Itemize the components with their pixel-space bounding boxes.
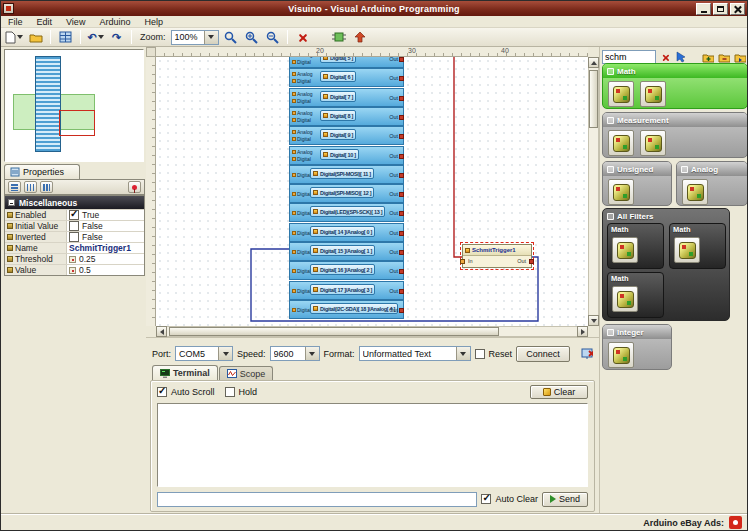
analog-pin-icon[interactable] bbox=[292, 111, 296, 115]
out-pin-icon[interactable] bbox=[399, 192, 404, 197]
schmittrigger-component[interactable]: SchmitTrigger1 In Out bbox=[462, 244, 532, 268]
out-pin-icon[interactable] bbox=[399, 269, 404, 274]
digital-pin-icon[interactable] bbox=[292, 211, 296, 215]
design-canvas[interactable]: Analog Digital Digital[ 5 ] Out Analog D… bbox=[156, 57, 588, 326]
enabled-checkbox[interactable] bbox=[69, 210, 79, 220]
arduino-channel-digital-13[interactable]: Digital Digital(LED)(SPI-SCK)[ 13 ] Out bbox=[289, 203, 404, 222]
vertical-scroll-thumb[interactable] bbox=[589, 70, 598, 128]
out-pin[interactable]: Out bbox=[389, 230, 404, 236]
out-pin-icon[interactable] bbox=[399, 115, 404, 120]
out-pin-icon[interactable] bbox=[399, 289, 404, 294]
component-title-bar[interactable]: SchmitTrigger1 bbox=[463, 245, 531, 256]
zoom-fit-button[interactable] bbox=[221, 29, 240, 46]
digital-pin-icon[interactable] bbox=[292, 289, 296, 293]
arduino-channel-digital-9[interactable]: Analog Digital Digital[ 9 ] Out bbox=[289, 126, 404, 145]
out-pin[interactable]: Out bbox=[389, 95, 404, 101]
speed-dropdown-button[interactable] bbox=[305, 347, 319, 360]
upload-button[interactable] bbox=[351, 29, 370, 46]
property-row-inverted[interactable]: Inverted False bbox=[5, 231, 144, 242]
scroll-right-button[interactable] bbox=[577, 326, 588, 337]
analog-wire[interactable] bbox=[454, 57, 462, 257]
palette-component-button[interactable] bbox=[608, 342, 634, 368]
canvas-horizontal-scrollbar[interactable] bbox=[156, 326, 588, 337]
minimize-button[interactable] bbox=[696, 3, 711, 15]
redo-button[interactable]: ↷ bbox=[107, 29, 126, 46]
pin-panel-button[interactable] bbox=[128, 181, 141, 193]
zoom-in-button[interactable] bbox=[242, 29, 261, 46]
digital-pin-icon[interactable] bbox=[292, 79, 296, 83]
out-pin-icon[interactable] bbox=[399, 231, 404, 236]
channel-title[interactable]: Digital[ 6 ] bbox=[320, 71, 356, 82]
reset-checkbox[interactable] bbox=[475, 349, 485, 359]
palette-component-button[interactable] bbox=[612, 286, 638, 312]
digital-pin-icon[interactable] bbox=[292, 250, 296, 254]
arduino-channel-digital-5[interactable]: Analog Digital Digital[ 5 ] Out bbox=[289, 57, 404, 68]
inverted-checkbox[interactable] bbox=[69, 232, 79, 242]
property-value[interactable]: True bbox=[82, 210, 99, 220]
out-pin[interactable]: Out bbox=[389, 268, 404, 274]
property-value[interactable]: 0.5 bbox=[79, 265, 91, 275]
arduino-channel-digital-14[interactable]: Digital Digital[ 14 ]/Analog[ 0 ] Out bbox=[289, 223, 404, 242]
palette-component-button[interactable] bbox=[608, 81, 634, 107]
categorize-button[interactable] bbox=[8, 181, 21, 193]
channel-title[interactable]: Digital[ 8 ] bbox=[320, 110, 356, 121]
menu-file[interactable]: File bbox=[1, 16, 30, 27]
select-board-button[interactable] bbox=[56, 29, 75, 46]
arduino-channel-digital-11[interactable]: Digital Digital(SPI-MOSI)[ 11 ] Out bbox=[289, 165, 404, 184]
palette-component-button[interactable] bbox=[608, 130, 634, 156]
property-value[interactable]: SchmitTrigger1 bbox=[69, 243, 131, 253]
collapse-categories-button[interactable] bbox=[717, 50, 731, 64]
in-pin-icon[interactable] bbox=[460, 259, 465, 264]
palette-component-button[interactable] bbox=[674, 237, 700, 263]
digital-pin-icon[interactable] bbox=[292, 157, 296, 161]
digital-pin-icon[interactable] bbox=[292, 118, 296, 122]
property-value[interactable]: 0.25 bbox=[79, 254, 96, 264]
out-pin[interactable]: Out bbox=[389, 57, 404, 62]
channel-title[interactable]: Digital[ 9 ] bbox=[320, 129, 356, 140]
property-row-value[interactable]: Value 0.5 bbox=[5, 264, 144, 275]
out-pin[interactable]: Out bbox=[389, 114, 404, 120]
out-pin[interactable]: Out bbox=[389, 153, 404, 159]
category-math[interactable]: Math bbox=[602, 63, 748, 109]
channel-title[interactable]: Digital(I2C-SDA)[ 18 ]/Analog[ 4 ] bbox=[310, 303, 398, 314]
category-all-filters[interactable]: All Filters Math Math Math bbox=[602, 208, 730, 321]
palette-options-button[interactable] bbox=[733, 50, 747, 64]
auto-clear-checkbox[interactable] bbox=[481, 494, 491, 504]
compile-button[interactable] bbox=[330, 29, 349, 46]
out-pin-icon[interactable] bbox=[399, 308, 404, 313]
scroll-left-button[interactable] bbox=[156, 326, 167, 337]
select-tool-button[interactable] bbox=[674, 50, 688, 64]
ad-icon[interactable] bbox=[729, 516, 742, 529]
sort-alpha-button[interactable] bbox=[24, 181, 37, 193]
connect-button[interactable]: Connect bbox=[516, 346, 570, 362]
undo-button[interactable]: ↶ bbox=[86, 29, 105, 46]
digital-pin-icon[interactable] bbox=[292, 99, 296, 103]
channel-title[interactable]: Digital(SPI-MOSI)[ 11 ] bbox=[310, 168, 374, 179]
property-row-initial-value[interactable]: Initial Value False bbox=[5, 220, 144, 231]
property-row-name[interactable]: Name SchmitTrigger1 bbox=[5, 242, 144, 253]
out-pin-icon[interactable] bbox=[399, 250, 404, 255]
expand-all-button[interactable] bbox=[40, 181, 53, 193]
analog-pin-icon[interactable] bbox=[292, 130, 296, 134]
category-measurement[interactable]: Measurement bbox=[602, 112, 748, 158]
menu-view[interactable]: View bbox=[59, 16, 92, 27]
out-pin[interactable]: Out bbox=[389, 172, 404, 178]
out-pin-icon[interactable] bbox=[399, 173, 404, 178]
speed-combo[interactable]: 9600 bbox=[270, 346, 320, 361]
send-input[interactable] bbox=[157, 492, 477, 507]
category-analog[interactable]: Analog bbox=[676, 161, 748, 206]
category-integer[interactable]: Integer bbox=[602, 324, 672, 370]
out-pin-icon[interactable] bbox=[399, 211, 404, 216]
thumbnail-viewport-rect[interactable] bbox=[59, 110, 95, 136]
serial-disconnect-button[interactable] bbox=[580, 347, 594, 361]
out-pin-icon[interactable] bbox=[399, 76, 404, 81]
tab-terminal[interactable]: Terminal bbox=[152, 365, 218, 380]
auto-scroll-checkbox[interactable] bbox=[157, 387, 167, 397]
arduino-channel-digital-16[interactable]: Digital Digital[ 16 ]/Analog[ 2 ] Out bbox=[289, 261, 404, 280]
digital-pin-icon[interactable] bbox=[292, 308, 296, 312]
port-combo[interactable]: COM5 bbox=[175, 346, 233, 361]
format-combo[interactable]: Unformatted Text bbox=[359, 346, 471, 361]
property-row-enabled[interactable]: Enabled True bbox=[5, 209, 144, 220]
channel-title[interactable]: Digital[ 10 ] bbox=[320, 149, 359, 160]
arduino-channel-digital-7[interactable]: Analog Digital Digital[ 7 ] Out bbox=[289, 88, 404, 107]
